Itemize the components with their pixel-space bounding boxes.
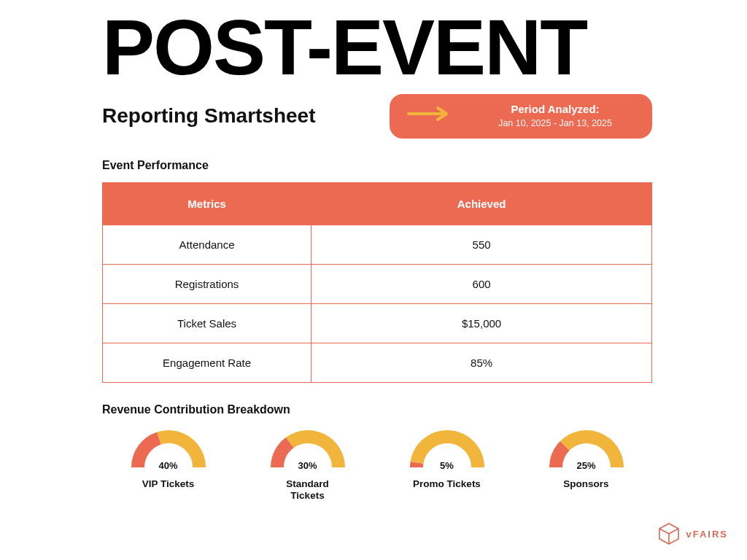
gauge: 25%Sponsors: [528, 427, 645, 503]
metric-cell: Engagement Rate: [103, 343, 311, 382]
gauge: 40%VIP Tickets: [110, 427, 227, 503]
table-row: Attendance550: [103, 225, 652, 264]
gauges-row: 40%VIP Tickets30%StandardTickets5%Promo …: [102, 427, 652, 503]
gauge-label: Promo Tickets: [389, 478, 506, 491]
achieved-cell: 550: [311, 225, 652, 264]
gauge: 30%StandardTickets: [249, 427, 366, 503]
col-achieved: Achieved: [311, 182, 652, 225]
gauge-label: StandardTickets: [249, 478, 366, 503]
brand-logo: vFAIRS: [658, 522, 728, 545]
period-label: Period Analyzed:: [479, 103, 632, 115]
table-row: Ticket Sales$15,000: [103, 303, 652, 343]
gauge-percent: 25%: [528, 460, 645, 471]
performance-table: Metrics Achieved Attendance550Registrati…: [102, 182, 652, 383]
gauge-percent: 40%: [110, 460, 227, 471]
section-title-breakdown: Revenue Contribution Breakdown: [102, 403, 652, 416]
gauge-percent: 5%: [389, 460, 506, 471]
gauge-percent: 30%: [249, 460, 366, 471]
gauge-label: Sponsors: [528, 478, 645, 491]
table-row: Engagement Rate85%: [103, 343, 652, 382]
period-range: Jan 10, 2025 - Jan 13, 2025: [479, 118, 632, 128]
metric-cell: Attendance: [103, 225, 311, 264]
brand-cube-icon: [658, 522, 680, 545]
period-pill: Period Analyzed: Jan 10, 2025 - Jan 13, …: [390, 94, 652, 139]
gauge-label: VIP Tickets: [110, 478, 227, 491]
table-row: Registrations600: [103, 264, 652, 303]
gauge: 5%Promo Tickets: [389, 427, 506, 503]
achieved-cell: 85%: [311, 343, 652, 382]
metric-cell: Registrations: [103, 264, 311, 303]
page-subtitle: Reporting Smartsheet: [102, 104, 316, 128]
achieved-cell: $15,000: [311, 303, 652, 343]
page-title: POST-EVENT: [102, 10, 652, 85]
arrow-right-icon: [407, 106, 452, 125]
section-title-performance: Event Performance: [102, 159, 652, 172]
achieved-cell: 600: [311, 264, 652, 303]
metric-cell: Ticket Sales: [103, 303, 311, 343]
col-metrics: Metrics: [103, 182, 311, 225]
brand-name: vFAIRS: [686, 529, 728, 540]
